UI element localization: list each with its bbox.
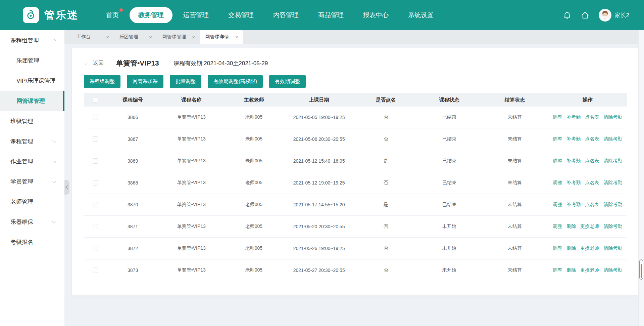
user-name: 家长2: [615, 11, 629, 19]
delete-link[interactable]: 删除: [566, 223, 576, 230]
makeup-attendance-link[interactable]: 补考勤: [566, 136, 581, 142]
cell-rollcall: 是: [354, 158, 417, 164]
clear-attendance-link[interactable]: 清除考勤: [603, 202, 622, 208]
table-row: 3870单簧管•VIP13老师0052021-05-17 14:55~15:20…: [84, 194, 627, 216]
delete-link[interactable]: 删除: [566, 245, 576, 251]
delete-link[interactable]: 删除: [566, 267, 576, 273]
rollcall-sheet-link[interactable]: 点名表: [585, 158, 599, 164]
makeup-attendance-link[interactable]: 补考勤: [566, 180, 581, 186]
user-menu[interactable]: 家长2: [599, 9, 629, 22]
tab-orchestra-mgmt[interactable]: 乐团管理×: [114, 30, 157, 44]
sidebar-item-course-mgmt[interactable]: 课程管理: [0, 131, 64, 151]
clear-attendance-link[interactable]: 清除考勤: [603, 136, 622, 142]
sidebar-item-orchestra-mgmt[interactable]: 乐团管理: [0, 50, 64, 71]
cell-id: 3870: [107, 202, 159, 207]
row-checkbox[interactable]: [93, 136, 98, 142]
clear-attendance-link[interactable]: 清除考勤: [603, 245, 622, 251]
sidebar-collapse-handle[interactable]: [64, 180, 69, 195]
cell-id: 3868: [107, 180, 159, 186]
tab-workbench[interactable]: 工作台×: [71, 30, 114, 44]
tab-label: 乐团管理: [119, 34, 138, 40]
nav-item-goods[interactable]: 商品管理: [309, 7, 352, 23]
row-actions: 调整补考勤点名表清除考勤: [548, 158, 627, 164]
chevron-down-icon: [52, 219, 56, 223]
change-teacher-link[interactable]: 更换老师: [580, 245, 599, 251]
batch-adjust-button[interactable]: 批量调整: [170, 75, 201, 88]
row-checkbox[interactable]: [93, 115, 98, 120]
nav-item-trade[interactable]: 交易管理: [219, 7, 262, 23]
sidebar-item-vip-theory-mgmt[interactable]: VIP/乐理课管理: [0, 71, 64, 91]
adjust-link[interactable]: 调整: [553, 245, 562, 251]
sidebar-item-exam-registration[interactable]: 考级报名: [0, 232, 64, 252]
clear-attendance-link[interactable]: 清除考勤: [603, 267, 622, 273]
tab-online-course-detail[interactable]: 网管课详情×: [200, 30, 243, 44]
cell-settlement: 未结算: [481, 202, 548, 208]
sidebar-item-student-mgmt[interactable]: 学员管理: [0, 171, 64, 192]
nav-item-operations[interactable]: 运营管理: [175, 7, 217, 23]
table-header-row: 课程编号课程名称主教老师上课日期是否点名课程状态结算状态操作: [84, 93, 627, 107]
cell-date: 2021-05-26 19:00~19:25: [284, 246, 354, 251]
bell-icon[interactable]: [562, 10, 572, 20]
brand[interactable]: 管乐迷: [23, 7, 79, 23]
adjust-link[interactable]: 调整: [553, 202, 562, 208]
adjust-link[interactable]: 调整: [553, 158, 562, 164]
cell-teacher: 老师005: [224, 114, 284, 120]
nav-item-settings[interactable]: 系统设置: [399, 7, 442, 23]
nav-item-academic[interactable]: 教务管理: [130, 7, 172, 23]
close-icon[interactable]: ×: [235, 35, 238, 40]
home-icon[interactable]: [581, 10, 590, 20]
sidebar-item-label: 课程管理: [10, 137, 33, 145]
close-icon[interactable]: ×: [149, 35, 152, 40]
rollcall-sheet-link[interactable]: 点名表: [585, 202, 599, 208]
validity-adjust-admin-button[interactable]: 有效期调整(高权限): [208, 75, 263, 88]
adjust-link[interactable]: 调整: [553, 136, 562, 142]
rollcall-sheet-link[interactable]: 点名表: [585, 136, 599, 142]
sidebar-item-course-group-mgmt[interactable]: 课程组管理: [0, 30, 64, 50]
course-table: 课程编号课程名称主教老师上课日期是否点名课程状态结算状态操作3866单簧管•VI…: [84, 93, 627, 281]
clear-attendance-link[interactable]: 清除考勤: [603, 180, 622, 186]
back-button[interactable]: ← 返回: [84, 59, 104, 67]
column-header: 课程状态: [417, 97, 481, 103]
row-checkbox[interactable]: [93, 158, 98, 164]
close-icon[interactable]: ×: [192, 35, 195, 40]
sidebar-item-teacher-mgmt[interactable]: 老师管理: [0, 192, 64, 212]
rollcall-sheet-link[interactable]: 点名表: [585, 114, 599, 120]
page-scrollbar-thumb[interactable]: [639, 259, 643, 280]
makeup-attendance-link[interactable]: 补考勤: [566, 114, 581, 120]
adjust-course-group-button[interactable]: 课程组调整: [84, 75, 120, 88]
adjust-link[interactable]: 调整: [553, 114, 562, 120]
sidebar-item-label: VIP/乐理课管理: [16, 77, 56, 85]
sidebar-item-online-course-mgmt[interactable]: 网管课管理: [0, 91, 64, 111]
add-online-course-button[interactable]: 网管课加课: [127, 75, 163, 88]
makeup-attendance-link[interactable]: 补考勤: [566, 202, 581, 208]
close-icon[interactable]: ×: [106, 35, 109, 40]
clear-attendance-link[interactable]: 清除考勤: [603, 114, 622, 120]
validity-adjust-button[interactable]: 有效期调整: [269, 75, 306, 88]
sidebar-item-class-mgmt[interactable]: 班级管理: [0, 111, 64, 131]
page-scrollbar-track[interactable]: [638, 30, 644, 326]
adjust-link[interactable]: 调整: [553, 267, 562, 273]
tab-online-course-mgmt[interactable]: 网管课管理×: [157, 30, 200, 44]
select-all-checkbox[interactable]: [93, 97, 98, 103]
row-checkbox[interactable]: [93, 202, 98, 207]
makeup-attendance-link[interactable]: 补考勤: [566, 158, 581, 164]
row-checkbox[interactable]: [93, 246, 98, 251]
row-checkbox[interactable]: [93, 180, 98, 186]
cell-status: 已结束: [417, 114, 481, 120]
row-checkbox[interactable]: [93, 268, 98, 273]
clear-attendance-link[interactable]: 清除考勤: [603, 158, 622, 164]
rollcall-sheet-link[interactable]: 点名表: [585, 180, 599, 186]
change-teacher-link[interactable]: 更换老师: [580, 223, 599, 230]
tabbar: 工作台×乐团管理×网管课管理×网管课详情×: [64, 30, 644, 44]
adjust-link[interactable]: 调整: [553, 180, 562, 186]
nav-item-home[interactable]: 首页: [97, 7, 128, 23]
sidebar-item-instrument-maintenance[interactable]: 乐器维保: [0, 212, 64, 232]
chevron-down-icon: [52, 179, 56, 183]
row-checkbox[interactable]: [93, 224, 98, 229]
clear-attendance-link[interactable]: 清除考勤: [603, 223, 622, 230]
adjust-link[interactable]: 调整: [553, 223, 562, 230]
sidebar-item-homework-mgmt[interactable]: 作业管理: [0, 151, 64, 171]
nav-item-content[interactable]: 内容管理: [264, 7, 307, 23]
nav-item-reports[interactable]: 报表中心: [354, 7, 397, 23]
change-teacher-link[interactable]: 更换老师: [580, 267, 599, 273]
